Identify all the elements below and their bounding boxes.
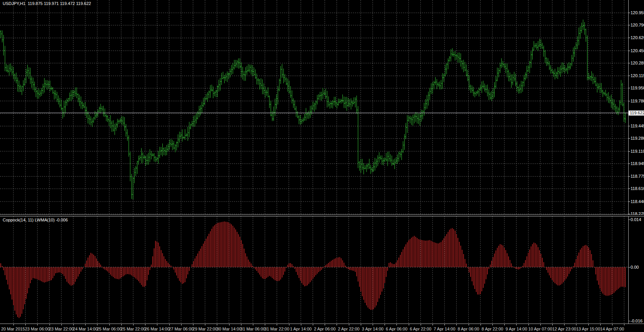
vertical-gridlines	[13, 0, 624, 215]
time-axis-label: 27 Mar 06:00	[168, 327, 193, 331]
time-axis-label: 2 Apr 06:00	[314, 327, 335, 331]
price-axis-tick	[629, 138, 630, 139]
high-value: 119.971	[44, 1, 59, 6]
price-axis-label: 119.780	[631, 99, 644, 103]
time-axis-label: 24 Mar 14:00	[73, 327, 98, 331]
indicator-axis-label: 0.014	[631, 218, 641, 222]
price-axis-tick	[629, 151, 630, 152]
time-axis-tick	[361, 324, 361, 325]
price-axis-label: 119.280	[631, 136, 644, 140]
indicator-axis-label: -0.016	[631, 319, 642, 323]
time-axis-label: 7 Apr 14:00	[434, 327, 455, 331]
time-axis-tick	[73, 324, 74, 325]
time-axis-tick	[85, 324, 86, 325]
price-axis-tick	[629, 126, 630, 126]
time-axis-tick	[528, 324, 529, 325]
current-price-flag: 119.622	[629, 111, 644, 116]
price-axis-tick	[629, 202, 630, 202]
price-axis-tick	[629, 38, 630, 38]
time-axis-tick	[564, 324, 565, 325]
price-axis-tick	[629, 13, 630, 13]
price-axis-tick	[629, 176, 630, 177]
time-axis-tick	[337, 324, 337, 325]
price-axis-tick	[629, 88, 630, 88]
price-axis[interactable]: 120.955120.790120.620120.450120.285120.1…	[628, 0, 644, 215]
time-axis-label: 9 Apr 14:00	[505, 327, 527, 331]
price-axis-label: 120.450	[631, 49, 644, 53]
time-axis-label: 20 Mar 2015	[1, 327, 25, 331]
time-axis-tick	[385, 324, 385, 325]
low-value: 119.472	[60, 1, 75, 6]
time-axis-label: 6 Apr 22:00	[410, 327, 431, 331]
price-axis-tick	[629, 76, 630, 76]
time-axis-label: 2 Apr 22:00	[338, 327, 359, 331]
time-axis-tick	[504, 324, 505, 325]
time-axis-label: 23 Mar 06:00	[25, 327, 50, 331]
time-axis-label: 31 Mar 06:00	[241, 327, 266, 331]
time-axis-tick	[325, 324, 325, 325]
current-price-value: 119.622	[630, 111, 644, 115]
time-axis-tick	[313, 324, 313, 325]
ohlc-price-bars	[0, 20, 626, 200]
time-axis-label: 3 Apr 14:00	[362, 327, 383, 331]
close-value: 119.622	[76, 1, 91, 6]
price-axis-tick	[629, 25, 630, 25]
price-axis-label: 120.955	[631, 11, 644, 15]
open-value: 119.875	[28, 1, 43, 6]
time-axis-tick	[121, 324, 122, 325]
time-axis-tick	[456, 324, 457, 325]
price-axis-label: 120.285	[631, 61, 644, 65]
time-axis-label: 29 Mar 22:00	[193, 327, 218, 331]
price-axis-label: 120.620	[631, 36, 644, 40]
time-axis-tick	[109, 324, 110, 325]
time-axis-tick	[289, 324, 289, 325]
time-axis-label: 12 Apr 23:00	[552, 327, 576, 331]
time-axis-label: 23 Mar 22:00	[49, 327, 74, 331]
time-axis-tick	[133, 324, 134, 325]
time-axis-label: 25 Mar 06:00	[97, 327, 122, 331]
indicator-axis[interactable]: 0.0140.00-0.016	[628, 216, 644, 324]
time-axis-tick	[50, 324, 50, 325]
symbol-ohlc-header: USDJPY,H1 119.875 119.971 119.472 119.62…	[3, 1, 91, 6]
main-chart-canvas[interactable]	[0, 0, 628, 215]
price-axis-tick	[629, 214, 630, 214]
chart-window: USDJPY,H1 119.875 119.971 119.472 119.62…	[0, 0, 644, 332]
indicator-canvas[interactable]	[0, 216, 628, 324]
time-axis-tick	[492, 324, 493, 325]
indicator-axis-tick	[629, 321, 630, 321]
time-axis-label: 31 Mar 22:00	[264, 327, 289, 331]
time-axis-label: 30 Mar 14:00	[216, 327, 241, 331]
time-axis-tick	[552, 324, 553, 325]
time-axis-label: 13 Apr 15:00	[576, 327, 600, 331]
time-axis-tick	[229, 324, 230, 325]
time-axis-tick	[205, 324, 205, 325]
price-axis-label: 118.440	[631, 200, 644, 204]
price-axis-tick	[629, 101, 630, 101]
symbol-period-label: USDJPY,H1	[3, 1, 25, 6]
price-axis-label: 119.110	[631, 149, 644, 154]
time-axis-tick	[37, 324, 38, 325]
indicator-name-label: Coppock(14, 11) LWMA(10)	[3, 218, 54, 222]
time-axis[interactable]: 20 Mar 201523 Mar 06:0023 Mar 22:0024 Ma…	[0, 324, 644, 332]
price-axis-label: 120.790	[631, 23, 644, 27]
time-axis-label: 10 Apr 07:00	[528, 327, 552, 331]
indicator-axis-tick	[629, 267, 630, 268]
time-axis-tick	[181, 324, 182, 325]
time-axis-tick	[61, 324, 62, 325]
indicator-header: Coppock(14, 11) LWMA(10) -0.006	[3, 218, 68, 222]
price-axis-label: 118.775	[631, 174, 644, 178]
time-axis-tick	[349, 324, 349, 325]
time-axis-tick	[157, 324, 157, 325]
time-axis-tick	[624, 324, 624, 325]
price-axis-tick	[629, 51, 630, 51]
coppock-histogram-bars	[1, 221, 625, 318]
time-axis-label: 6 Apr 06:00	[386, 327, 407, 331]
time-axis-tick	[217, 324, 217, 325]
time-axis-tick	[576, 324, 576, 325]
time-axis-tick	[277, 324, 277, 325]
price-axis-label: 120.115	[631, 74, 644, 78]
time-axis-tick	[265, 324, 265, 325]
time-axis-tick	[193, 324, 193, 325]
time-axis-tick	[13, 324, 14, 325]
time-axis-tick	[145, 324, 145, 325]
